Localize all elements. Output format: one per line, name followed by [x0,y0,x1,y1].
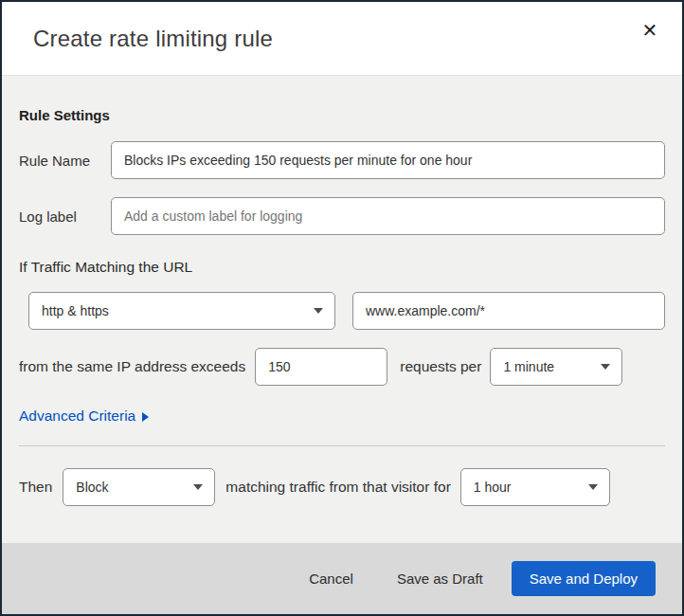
action-row: Then Block matching traffic from that vi… [19,468,665,506]
traffic-match-heading: If Traffic Matching the URL [19,259,665,276]
url-match-row: http & https [28,292,665,330]
scheme-select-value: http & https [42,303,109,318]
advanced-criteria-link[interactable]: Advanced Criteria [19,408,149,425]
rule-settings-heading: Rule Settings [19,107,665,123]
dialog-body: Rule Settings Rule Name Log label If Tra… [2,76,682,543]
threshold-row: from the same IP address exceeds request… [19,348,665,386]
log-label-input[interactable] [111,197,665,235]
period-select[interactable]: 1 minute [490,348,622,386]
section-divider [19,445,665,446]
duration-select[interactable]: 1 hour [460,468,610,506]
advanced-criteria-label: Advanced Criteria [19,408,135,425]
close-icon[interactable]: ✕ [635,15,665,45]
scheme-select[interactable]: http & https [28,292,335,330]
rule-name-label: Rule Name [19,153,111,169]
create-rate-limiting-rule-dialog: Create rate limiting rule ✕ Rule Setting… [0,0,684,616]
save-and-deploy-button[interactable]: Save and Deploy [512,561,656,596]
chevron-down-icon [601,364,610,370]
dialog-footer: Cancel Save as Draft Save and Deploy [2,543,682,614]
log-label-label: Log label [19,208,111,225]
save-as-draft-button[interactable]: Save as Draft [382,562,498,595]
chevron-down-icon [193,484,203,490]
cancel-button[interactable]: Cancel [294,562,369,595]
rule-name-input[interactable] [111,141,665,179]
action-middle-text: matching traffic from that visitor for [225,479,450,496]
arrow-right-icon [142,412,149,422]
log-label-row: Log label [19,197,665,235]
chevron-down-icon [588,484,598,490]
then-label: Then [19,479,52,496]
request-count-input[interactable] [255,348,387,386]
duration-select-value: 1 hour [474,480,512,495]
chevron-down-icon [314,308,323,314]
url-pattern-input[interactable] [352,292,665,330]
period-select-value: 1 minute [503,359,554,374]
action-select[interactable]: Block [63,468,215,506]
dialog-header: Create rate limiting rule ✕ [2,2,682,76]
threshold-middle-text: requests per [400,358,481,375]
dialog-title: Create rate limiting rule [33,26,273,52]
rule-name-row: Rule Name [19,141,665,179]
action-select-value: Block [76,480,108,495]
threshold-prefix-text: from the same IP address exceeds [19,358,245,375]
